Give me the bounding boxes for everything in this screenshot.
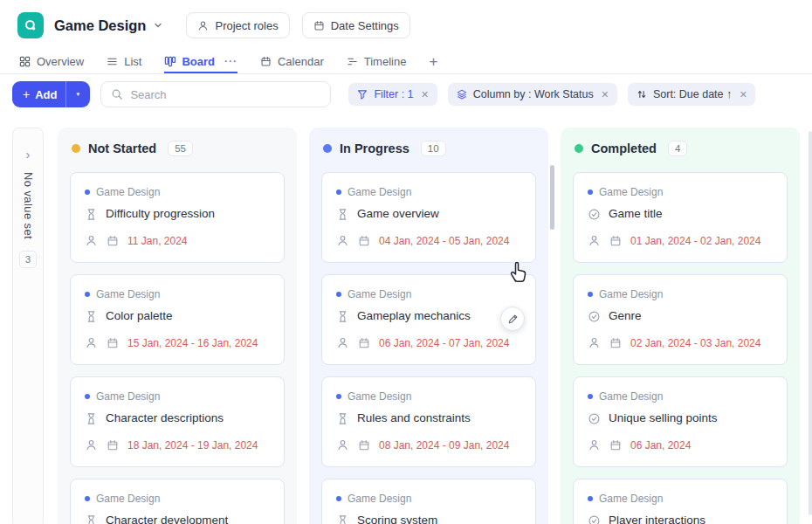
plus-icon: + xyxy=(23,87,30,101)
task-card[interactable]: Game Design Game title 01 Jan, 2024 - 02… xyxy=(573,172,788,263)
calendar-icon xyxy=(260,56,272,67)
calendar-icon xyxy=(358,337,370,349)
assignee-icon[interactable] xyxy=(588,234,601,247)
search-box xyxy=(100,81,331,107)
task-card[interactable]: Game Design Difficulty progression 11 Ja… xyxy=(70,172,285,263)
add-view-button[interactable]: + xyxy=(429,51,437,73)
add-button-label: Add xyxy=(35,88,57,101)
expand-chevron-icon[interactable]: › xyxy=(26,148,31,161)
filter-chip[interactable]: Filter : 1 × xyxy=(348,83,437,106)
project-dot xyxy=(588,292,593,297)
status-dot xyxy=(323,144,332,153)
task-card[interactable]: Game Design Character development xyxy=(70,479,285,524)
tab-overview[interactable]: Overview xyxy=(19,51,84,73)
task-card[interactable]: Game Design Player interactions xyxy=(573,479,788,524)
card-project-label: Game Design xyxy=(96,493,160,504)
card-due-date: 06 Jan, 2024 - 07 Jan, 2024 xyxy=(379,338,509,348)
board-columns-container: Not Started 55 Game Design Difficulty pr… xyxy=(58,128,800,524)
hourglass-icon xyxy=(336,514,349,524)
card-due-date: 11 Jan, 2024 xyxy=(127,236,188,246)
task-card[interactable]: Game Design Genre 02 Jan, 2024 - 03 Jan,… xyxy=(573,274,788,365)
remove-sort-icon[interactable]: × xyxy=(740,88,747,100)
collapsed-group-no-value-set[interactable]: › No value set 3 xyxy=(12,128,44,524)
tab-timeline[interactable]: Timeline xyxy=(347,51,407,73)
card-project-label: Game Design xyxy=(599,391,663,402)
date-settings-button[interactable]: Date Settings xyxy=(302,12,410,38)
add-dropdown-button[interactable]: ▼ xyxy=(65,81,90,107)
column-scrollbar[interactable] xyxy=(550,165,554,230)
assignee-icon[interactable] xyxy=(336,234,349,247)
card-project-label: Game Design xyxy=(348,289,411,300)
tab-board-group: Board ⋯ xyxy=(164,51,237,73)
card-task-name: Character development xyxy=(106,514,228,524)
column-count-badge: 10 xyxy=(421,141,446,156)
assignee-icon[interactable] xyxy=(85,438,98,452)
task-card[interactable]: Game Design Game overview 04 Jan, 2024 -… xyxy=(321,172,536,263)
project-title-dropdown[interactable]: Game Design xyxy=(54,17,163,34)
assignee-icon[interactable] xyxy=(336,438,349,452)
collapsed-group-label: No value set xyxy=(22,172,35,239)
search-input[interactable] xyxy=(130,88,320,101)
assignee-icon[interactable] xyxy=(85,234,98,247)
tab-list[interactable]: List xyxy=(107,51,141,73)
column-header: Completed 4 xyxy=(561,128,800,167)
task-card[interactable]: Game Design Rules and constraints 08 Jan… xyxy=(321,376,536,467)
column-header: Not Started 55 xyxy=(58,128,297,167)
card-task-name: Scoring system xyxy=(357,514,437,524)
card-list: Game Design Game title 01 Jan, 2024 - 02… xyxy=(561,167,800,524)
funnel-icon xyxy=(357,89,368,100)
card-project-label: Game Design xyxy=(348,493,411,504)
card-due-date: 15 Jan, 2024 - 16 Jan, 2024 xyxy=(127,338,258,348)
add-task-button[interactable]: + Add ▼ xyxy=(12,81,90,107)
column-by-chip[interactable]: Column by : Work Status × xyxy=(448,83,617,106)
project-dot xyxy=(85,190,90,195)
assignee-icon[interactable] xyxy=(85,336,98,349)
hourglass-icon xyxy=(85,412,98,425)
task-card[interactable]: Game Design Scoring system xyxy=(321,479,536,524)
column-count-badge: 55 xyxy=(168,141,193,156)
tab-list-label: List xyxy=(124,55,141,68)
tab-board[interactable]: Board xyxy=(164,55,215,68)
task-card[interactable]: Game Design Gameplay mechanics 06 Jan, 2… xyxy=(321,274,536,365)
assignee-icon[interactable] xyxy=(336,336,349,349)
tab-calendar-label: Calendar xyxy=(278,55,324,68)
pencil-icon xyxy=(507,314,519,325)
layers-icon xyxy=(457,89,467,100)
task-card[interactable]: Game Design Character descriptions 18 Ja… xyxy=(70,376,285,467)
remove-column-by-icon[interactable]: × xyxy=(602,88,609,100)
list-icon xyxy=(107,56,118,67)
check-circle-icon xyxy=(588,310,601,323)
sort-chip[interactable]: Sort: Due date ↑ × xyxy=(628,83,756,106)
assignee-icon[interactable] xyxy=(588,336,601,349)
calendar-icon xyxy=(107,439,119,452)
assignee-icon[interactable] xyxy=(588,438,601,452)
task-card[interactable]: Game Design Unique selling points 06 Jan… xyxy=(573,376,788,467)
tab-calendar[interactable]: Calendar xyxy=(260,51,324,73)
calendar-icon xyxy=(609,235,622,247)
check-circle-icon xyxy=(588,208,601,221)
check-circle-icon xyxy=(588,412,601,425)
card-due-date: 04 Jan, 2024 - 05 Jan, 2024 xyxy=(379,236,509,246)
app-logo[interactable] xyxy=(17,12,44,38)
card-task-name: Unique selling points xyxy=(609,412,718,424)
edit-task-button[interactable] xyxy=(500,307,525,331)
card-project-label: Game Design xyxy=(348,187,411,197)
board-scrollbar[interactable] xyxy=(809,131,812,515)
app-window: Game Design Project roles Date Settings … xyxy=(0,0,812,524)
sort-chip-label: Sort: Due date ↑ xyxy=(653,88,732,100)
card-project-label: Game Design xyxy=(96,289,160,300)
tab-board-label: Board xyxy=(182,55,215,68)
project-roles-button[interactable]: Project roles xyxy=(186,12,289,38)
card-task-name: Player interactions xyxy=(609,514,705,524)
board-options-icon[interactable]: ⋯ xyxy=(224,54,237,69)
project-dot xyxy=(588,190,593,195)
calendar-icon xyxy=(313,20,325,31)
header: Game Design Project roles Date Settings xyxy=(0,0,812,51)
remove-filter-icon[interactable]: × xyxy=(422,88,429,100)
date-settings-label: Date Settings xyxy=(331,19,399,32)
project-dot xyxy=(85,394,90,399)
calendar-icon xyxy=(358,439,370,452)
tab-overview-label: Overview xyxy=(37,55,84,68)
card-project-label: Game Design xyxy=(599,493,663,504)
task-card[interactable]: Game Design Color palette 15 Jan, 2024 -… xyxy=(70,274,285,365)
